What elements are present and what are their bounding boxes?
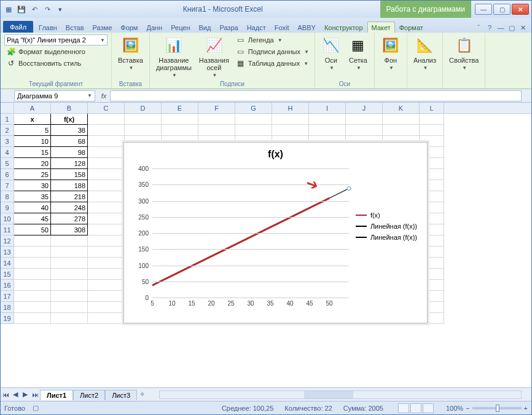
- cell-C18[interactable]: [88, 302, 125, 313]
- cell-B12[interactable]: [51, 235, 88, 247]
- row-header[interactable]: 11: [1, 224, 14, 235]
- row-header[interactable]: 10: [1, 213, 14, 224]
- zoom-level[interactable]: 100%: [446, 405, 463, 412]
- legend-item[interactable]: Линейная (f(x)): [356, 223, 417, 230]
- col-header-K[interactable]: K: [383, 103, 420, 113]
- chart-legend[interactable]: f(x)Линейная (f(x))Линейная (f(x)): [356, 208, 417, 245]
- forecast-point[interactable]: [347, 187, 351, 191]
- row-header[interactable]: 13: [1, 247, 14, 258]
- col-header-E[interactable]: E: [162, 103, 198, 113]
- cell-B15[interactable]: [51, 269, 88, 280]
- axis-titles-button[interactable]: 📈Названия осей▼: [197, 34, 232, 79]
- cell-A17[interactable]: [14, 291, 51, 302]
- analysis-button[interactable]: 📐Анализ▼: [411, 34, 439, 72]
- cell-B1[interactable]: f(x): [51, 114, 88, 125]
- cell-C14[interactable]: [88, 258, 125, 269]
- sheet-nav-prev[interactable]: ◀: [10, 390, 20, 398]
- cell-A16[interactable]: [14, 280, 51, 291]
- zoom-out-button[interactable]: −: [466, 405, 469, 412]
- cell-A9[interactable]: 40: [14, 202, 51, 213]
- cell-B13[interactable]: [51, 247, 88, 258]
- cell-A8[interactable]: 35: [14, 191, 51, 202]
- chart-title-button[interactable]: 📊Название диаграммы▼: [154, 34, 194, 79]
- tab-chart-1[interactable]: Макет: [367, 22, 395, 33]
- tab-встав[interactable]: Встав: [61, 22, 88, 33]
- mdi-close-icon[interactable]: ✕: [518, 23, 528, 33]
- background-button[interactable]: 🖼️Фон▼: [378, 34, 403, 72]
- col-header-F[interactable]: F: [198, 103, 235, 113]
- cell-D1[interactable]: [125, 114, 162, 125]
- zoom-slider[interactable]: [472, 407, 522, 409]
- cell-B17[interactable]: [51, 291, 88, 302]
- col-header-L[interactable]: L: [420, 103, 444, 113]
- close-button[interactable]: ✕: [512, 4, 529, 15]
- cell-C13[interactable]: [88, 247, 125, 258]
- cell-E2[interactable]: [162, 125, 198, 136]
- cell-A10[interactable]: 45: [14, 213, 51, 224]
- tab-главн[interactable]: Главн: [34, 22, 61, 33]
- cell-K2[interactable]: [383, 125, 420, 136]
- cell-C4[interactable]: [88, 147, 125, 158]
- redo-icon[interactable]: ↷: [42, 4, 53, 15]
- cell-F2[interactable]: [198, 125, 235, 136]
- legend-item[interactable]: Линейная (f(x)): [356, 234, 417, 241]
- row-header[interactable]: 5: [1, 158, 14, 169]
- row-header[interactable]: 9: [1, 202, 14, 213]
- cell-A14[interactable]: [14, 258, 51, 269]
- cell-B19[interactable]: [51, 313, 88, 324]
- cell-A12[interactable]: [14, 235, 51, 247]
- format-selection-button[interactable]: 🧩Формат выделенного: [4, 46, 108, 57]
- cell-A6[interactable]: 25: [14, 169, 51, 180]
- cell-A18[interactable]: [14, 302, 51, 313]
- cell-L2[interactable]: [420, 125, 444, 136]
- chart-title[interactable]: f(x): [128, 146, 423, 161]
- view-normal-button[interactable]: [398, 403, 409, 413]
- row-header[interactable]: 4: [1, 147, 14, 158]
- tab-chart-2[interactable]: Формат: [395, 22, 428, 33]
- view-layout-button[interactable]: [410, 403, 421, 413]
- tab-вид[interactable]: Вид: [195, 22, 216, 33]
- col-header-I[interactable]: I: [309, 103, 346, 113]
- cell-B10[interactable]: 278: [51, 213, 88, 224]
- col-header-G[interactable]: G: [235, 103, 272, 113]
- name-box[interactable]: Диаграмма 9▼: [14, 90, 95, 101]
- chart-plot-area[interactable]: [152, 168, 349, 298]
- cell-C10[interactable]: [88, 213, 125, 224]
- cell-C17[interactable]: [88, 291, 125, 302]
- cell-C11[interactable]: [88, 224, 125, 235]
- cell-E1[interactable]: [162, 114, 198, 125]
- cell-C5[interactable]: [88, 158, 125, 169]
- cell-B9[interactable]: 248: [51, 202, 88, 213]
- cell-B2[interactable]: 38: [51, 125, 88, 136]
- embedded-chart[interactable]: f(x) 050100150200250300350400 5101520253…: [123, 142, 428, 323]
- row-header[interactable]: 1: [1, 114, 14, 125]
- horizontal-scrollbar[interactable]: [159, 390, 522, 399]
- col-header-A[interactable]: A: [14, 103, 51, 113]
- legend-item[interactable]: f(x): [356, 211, 417, 219]
- ribbon-minimize-icon[interactable]: ˇ: [474, 23, 483, 33]
- data-labels-button[interactable]: ▭Подписи данных▼: [234, 46, 311, 57]
- cell-C19[interactable]: [88, 313, 125, 324]
- cell-A19[interactable]: [14, 313, 51, 324]
- cell-B11[interactable]: 308: [51, 224, 88, 235]
- col-header-C[interactable]: C: [88, 103, 125, 113]
- row-header[interactable]: 2: [1, 125, 14, 136]
- tab-рецен[interactable]: Рецен: [166, 22, 194, 33]
- cell-A1[interactable]: x: [14, 114, 51, 125]
- cell-F1[interactable]: [198, 114, 235, 125]
- row-header[interactable]: 18: [1, 302, 14, 313]
- cell-C16[interactable]: [88, 280, 125, 291]
- cell-A5[interactable]: 20: [14, 158, 51, 169]
- row-header[interactable]: 17: [1, 291, 14, 302]
- minimize-button[interactable]: ―: [475, 4, 492, 15]
- insert-shapes-button[interactable]: 🖼️ Вставка▼: [115, 34, 146, 72]
- gridlines-button[interactable]: ▦Сетка▼: [346, 34, 370, 72]
- cell-B18[interactable]: [51, 302, 88, 313]
- qat-more-icon[interactable]: ▾: [55, 4, 66, 15]
- tab-разме[interactable]: Разме: [88, 22, 117, 33]
- sheet-nav-last[interactable]: ⏭: [30, 391, 40, 398]
- macro-record-icon[interactable]: ▢: [33, 404, 39, 412]
- reset-style-button[interactable]: ↺Восстановить стиль: [4, 58, 108, 69]
- data-table-button[interactable]: ▦Таблица данных▼: [234, 58, 311, 69]
- mdi-minimize-icon[interactable]: ―: [496, 23, 506, 33]
